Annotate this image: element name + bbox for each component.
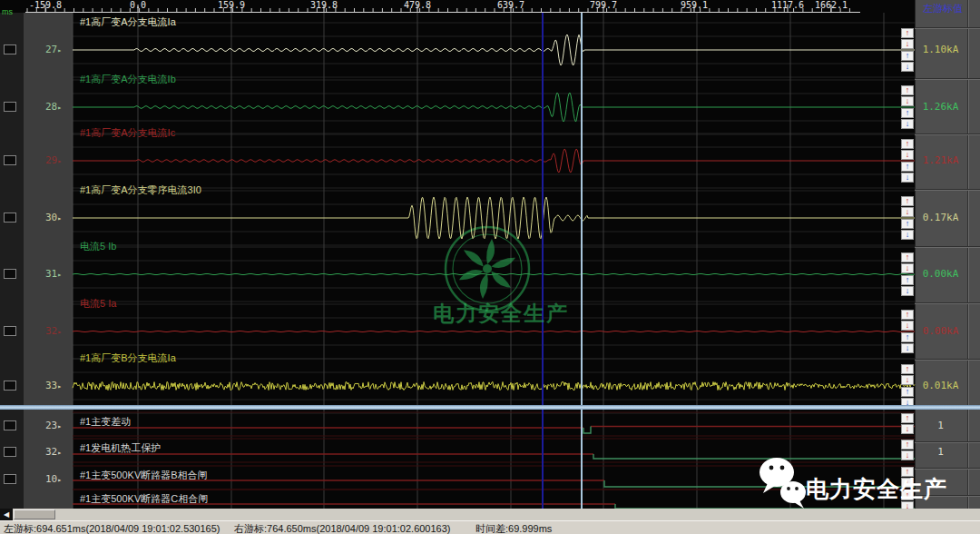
- scroll-left-button[interactable]: ◀: [0, 509, 13, 520]
- channel-number: 33▸: [27, 380, 62, 391]
- blue-arrow-icon[interactable]: ↑: [901, 219, 914, 229]
- red-arrow-icon[interactable]: ↓: [901, 450, 914, 460]
- blue-arrow-icon[interactable]: ↓: [901, 343, 914, 353]
- red-arrow-icon[interactable]: ↓: [901, 321, 914, 331]
- blue-arrow-icon[interactable]: ↓: [901, 62, 914, 72]
- channel-checkbox[interactable]: [4, 447, 16, 457]
- section-divider[interactable]: [0, 405, 980, 410]
- channel-number: 10▸: [27, 473, 62, 485]
- channel-checkbox[interactable]: [4, 155, 16, 165]
- watermark-text: 电力安全生产: [419, 300, 583, 328]
- red-arrow-icon[interactable]: ↑: [901, 85, 914, 95]
- cursor-value: 0.00kA: [915, 268, 966, 280]
- channel-checkbox[interactable]: [4, 213, 16, 222]
- channel-label: #1发电机热工保护: [80, 441, 161, 455]
- channel-label: #1高厂变A分支零序电流3I0: [80, 183, 201, 197]
- red-arrow-icon[interactable]: ↑: [901, 440, 914, 450]
- red-arrow-icon[interactable]: ↓: [901, 375, 914, 385]
- red-arrow-icon[interactable]: ↑: [901, 28, 914, 38]
- blue-arrow-icon[interactable]: ↓: [901, 173, 914, 183]
- channel-label: #1主变差动: [80, 415, 131, 429]
- channel-number: 32▸: [27, 446, 62, 458]
- right-cursor-readout: 右游标:764.650ms(2018/04/09 19:01:02.600163…: [234, 522, 451, 534]
- blue-arrow-icon[interactable]: ↑: [901, 51, 914, 61]
- red-arrow-icon[interactable]: ↑: [901, 364, 914, 374]
- channel-label: #1高厂变B分支电流Ia: [80, 351, 176, 365]
- channel-number: 32▸: [27, 325, 62, 337]
- blue-arrow-icon[interactable]: ↓: [901, 119, 914, 129]
- time-diff-readout: 时间差:69.999ms: [475, 522, 552, 534]
- channel-number: 29▸: [27, 154, 62, 166]
- cursor-value: 1.10kA: [915, 44, 966, 55]
- red-arrow-icon[interactable]: ↓: [901, 150, 914, 160]
- cursor-value: 1: [915, 420, 966, 431]
- channel-label: #1主变500KV断路器B相合闸: [80, 469, 208, 482]
- channel-checkbox[interactable]: [4, 102, 16, 112]
- channel-number: 23▸: [27, 420, 62, 431]
- channel-label: #1高厂变A分支电流Ib: [80, 73, 176, 86]
- blue-arrow-icon[interactable]: ↑: [901, 162, 914, 172]
- red-arrow-icon[interactable]: ↓: [901, 263, 914, 273]
- left-cursor-readout: 左游标:694.651ms(2018/04/09 19:01:02.530165…: [4, 522, 220, 534]
- red-arrow-icon[interactable]: ↓: [901, 39, 914, 49]
- channel-checkbox[interactable]: [4, 474, 16, 484]
- blue-arrow-icon[interactable]: ↓: [901, 286, 914, 296]
- fault-recorder-window: ms 左游标值 -159.80.0159.9319.8479.8639.7799…: [0, 0, 980, 534]
- channel-checkbox[interactable]: [4, 44, 16, 54]
- cursor-value: 1.26kA: [915, 101, 966, 113]
- channel-checkbox[interactable]: [4, 420, 16, 430]
- blue-arrow-icon[interactable]: ↑: [901, 387, 914, 397]
- channel-number: 30▸: [27, 212, 62, 223]
- cursor-value: 0.00kA: [915, 325, 966, 337]
- red-arrow-icon[interactable]: ↑: [901, 196, 914, 206]
- scroll-thumb[interactable]: [14, 509, 55, 519]
- cursor-value: 0.17kA: [915, 212, 966, 223]
- channel-checkbox[interactable]: [4, 269, 16, 279]
- red-arrow-icon[interactable]: ↓: [901, 424, 914, 434]
- cursor-value: 0.01kA: [915, 380, 966, 391]
- cursor-value: 1: [915, 446, 966, 458]
- blue-arrow-icon[interactable]: ↑: [901, 332, 914, 342]
- channel-label: #1主变500KV断路器C相合闸: [80, 492, 208, 506]
- channel-label: 电流5 Ia: [80, 297, 116, 311]
- red-arrow-icon[interactable]: ↓: [901, 96, 914, 106]
- blue-arrow-icon[interactable]: ↑: [901, 275, 914, 285]
- channel-label: #1高厂变A分支电流Ic: [80, 126, 175, 140]
- red-arrow-icon[interactable]: ↑: [901, 252, 914, 262]
- red-arrow-icon[interactable]: ↑: [901, 413, 914, 423]
- blue-arrow-icon[interactable]: ↑: [901, 108, 914, 118]
- wechat-icon: [757, 454, 808, 510]
- channel-number: 27▸: [27, 44, 62, 55]
- channel-label: #1高厂变A分支电流Ia: [80, 15, 176, 29]
- blue-arrow-icon[interactable]: ↓: [901, 230, 914, 240]
- channel-checkbox[interactable]: [4, 326, 16, 336]
- wechat-watermark-text: 电力安全生产: [806, 474, 947, 504]
- watermark-logo: [446, 227, 529, 311]
- red-arrow-icon[interactable]: ↑: [901, 310, 914, 320]
- status-bar: 左游标:694.651ms(2018/04/09 19:01:02.530165…: [0, 520, 980, 534]
- channel-number: 31▸: [27, 268, 62, 280]
- channel-checkbox[interactable]: [4, 381, 16, 391]
- red-arrow-icon[interactable]: ↑: [901, 139, 914, 149]
- cursor-value: 1.21kA: [915, 154, 966, 166]
- h-scrollbar[interactable]: [0, 509, 980, 520]
- red-arrow-icon[interactable]: ↓: [901, 207, 914, 217]
- channel-label: 电流5 Ib: [80, 240, 116, 253]
- channel-number: 28▸: [27, 101, 62, 113]
